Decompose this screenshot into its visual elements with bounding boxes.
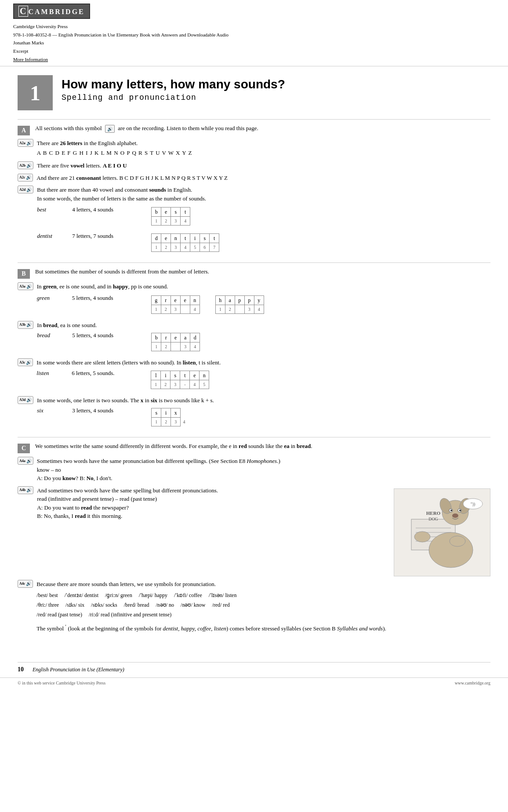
svg-text:HERO: HERO	[426, 510, 441, 516]
section-a-intro: All sections with this symbol 🔊 are on t…	[35, 125, 490, 133]
best-grid: best 1234	[151, 207, 190, 226]
type-line: Excerpt	[13, 47, 495, 55]
audio-badge-a2c: A2c 🔊	[18, 174, 33, 182]
alphabet-line: A B C D E F G H I J K L M N O P Q R S T …	[37, 149, 490, 157]
a4b-content: And sometimes two words have the same sp…	[37, 486, 490, 576]
subsection-a2c-body: And there are 21 consonant letters. B C …	[36, 174, 490, 182]
audio-badge-a3c: A3c 🔊	[18, 358, 33, 366]
svg-point-15	[452, 513, 458, 518]
audio-icon-a3d: 🔊	[26, 397, 32, 402]
svg-point-18	[450, 536, 465, 546]
a2a-text: There are 26 letters in the English alph…	[37, 140, 138, 146]
word-example-listen: listen 6 letters, 5 sounds. listen 123-4…	[36, 369, 490, 391]
main-content: 1 How many letters, how many sounds? Spe…	[0, 66, 508, 653]
word-dentist: dentist	[37, 232, 72, 240]
audio-icon-a2c: 🔊	[26, 175, 31, 180]
listen-desc: 6 letters, 5 sounds.	[72, 369, 142, 378]
section-a: A All sections with this symbol 🔊 are on…	[18, 125, 490, 255]
section-a-intro-text: All sections with this symbol	[35, 125, 102, 131]
word-green: green	[37, 294, 72, 302]
subsection-a4a-body: Sometimes two words have the same pronun…	[37, 457, 490, 483]
subsection-a2a-body: There are 26 letters in the English alph…	[37, 139, 490, 158]
svg-text:DOG: DOG	[428, 517, 438, 521]
a4c-intro: Because there are more sounds than lette…	[36, 580, 490, 589]
word-listen: listen	[36, 369, 72, 378]
section-c-label: C We sometimes write the same sound diff…	[18, 443, 490, 453]
subsection-a2b: A2b 🔊 There are five vowel letters. A E …	[18, 161, 490, 170]
subsection-a3b: A3b 🔊 In bread, ea is one sound. bread 5…	[18, 321, 490, 355]
svg-point-16	[429, 532, 473, 568]
word-example-bread: bread 5 letters, 4 sounds bread 1234	[37, 331, 490, 353]
dentist-desc: 7 letters, 7 sounds	[72, 232, 142, 240]
subsection-a3c: A3c 🔊 In some words there are silent let…	[18, 358, 490, 393]
bread-grid: bread 1234	[151, 333, 200, 351]
section-c-intro: We sometimes write the same sound differ…	[35, 443, 490, 450]
svg-point-17	[414, 532, 430, 542]
section-c: C We sometimes write the same sound diff…	[18, 443, 490, 633]
audio-icon-a4b: 🔊	[26, 488, 32, 492]
subsection-a3a: A3a 🔊 In green, ee is one sound, and in …	[18, 282, 490, 317]
chapter-title: How many letters, how many sounds? Spell…	[62, 75, 285, 102]
bread-desc: 5 letters, 4 sounds	[72, 331, 142, 340]
audio-icon-a4a: 🔊	[26, 459, 32, 463]
section-b: B But sometimes the number of sounds is …	[18, 268, 490, 430]
logo-text: CAMBRIDGE	[28, 8, 84, 15]
chapter-number: 1	[18, 75, 53, 110]
dog-svg: HERO DOG	[398, 493, 486, 572]
word-bread: bread	[37, 331, 72, 340]
word-example-green: green 5 letters, 4 sounds green 1234 hap…	[37, 294, 490, 316]
audio-icon-a2a: 🔊	[26, 141, 32, 146]
meta-info: Cambridge University Press 978-1-108-403…	[13, 22, 495, 63]
subsection-a2d: A2d 🔊 But there are more than 40 vowel a…	[18, 186, 490, 255]
chapter-title-line1: How many letters, how many sounds?	[62, 77, 285, 91]
subsection-a3d: A3d 🔊 In some words, one letter is two s…	[18, 396, 490, 430]
audio-icon-a3b: 🔊	[26, 322, 32, 327]
author-line: Jonathan Marks	[13, 39, 495, 47]
logo-c-letter: C	[18, 6, 28, 17]
section-a-label: A All sections with this symbol 🔊 are on…	[18, 125, 490, 135]
publisher-line: Cambridge University Press	[13, 22, 495, 31]
word-example-best: best 4 letters, 4 sounds best 1234	[37, 205, 490, 227]
subsection-a3d-body: In some words, one letter is two sounds.…	[37, 396, 490, 430]
subsection-a2a: A2a 🔊 There are 26 letters in the Englis…	[18, 139, 490, 158]
subsection-a4c: A4c 🔊 Because there are more sounds than…	[18, 580, 490, 633]
green-grid: green 1234	[151, 295, 200, 314]
audio-badge-a2b: A2b 🔊	[18, 161, 33, 169]
word-example-six: six 3 letters, 4 sounds six 1234	[37, 406, 490, 428]
word-six: six	[37, 406, 72, 415]
a4b-text: And sometimes two words have the same sp…	[37, 486, 387, 521]
audio-badge-a4a: A4a 🔊	[18, 457, 33, 465]
audio-icon-a2b: 🔊	[26, 163, 32, 168]
audio-icon-a3c: 🔊	[26, 360, 31, 365]
audio-badge-a3d: A3d 🔊	[18, 396, 33, 404]
bottom-bar: © in this web service Cambridge Universi…	[0, 677, 508, 688]
header: CCAMBRIDGE Cambridge University Press 97…	[0, 0, 508, 66]
svg-point-13	[450, 510, 452, 511]
more-info-link[interactable]: More Information	[13, 55, 495, 64]
section-b-intro: But sometimes the number of sounds is di…	[35, 268, 490, 275]
audio-icon-a4c: 🔊	[26, 581, 31, 586]
section-c-box: C	[18, 444, 30, 453]
cambridge-logo: CCAMBRIDGE	[13, 4, 90, 19]
cambridge-url[interactable]: www.cambridge.org	[455, 681, 490, 685]
symbol-note: The symbol ˈ (look at the beginning of t…	[36, 623, 490, 633]
hero-dog-illustration: HERO DOG	[394, 488, 490, 576]
six-grid: six 1234	[151, 408, 188, 426]
section-b-box: B	[18, 269, 30, 279]
subsection-a2d-body: But there are more than 40 vowel and con…	[37, 186, 490, 255]
subsection-a4c-body: Because there are more sounds than lette…	[36, 580, 490, 633]
chapter-title-line2: Spelling and pronunciation	[62, 93, 285, 102]
audio-badge-a4c: A4c 🔊	[18, 580, 33, 588]
word-example-dentist: dentist 7 letters, 7 sounds dentist 1234…	[37, 232, 490, 254]
audio-badge-a3a: A3a 🔊	[18, 282, 33, 290]
subsection-a3b-body: In bread, ea is one sound. bread 5 lette…	[37, 321, 490, 355]
audio-icon-a2d: 🔊	[26, 187, 32, 192]
audio-badge-a3b: A3b 🔊	[18, 321, 33, 329]
chapter-header: 1 How many letters, how many sounds? Spe…	[18, 75, 490, 110]
section-b-label: B But sometimes the number of sounds is …	[18, 268, 490, 279]
isbn-line: 978-1-108-40352-8 — English Pronunciatio…	[13, 31, 495, 39]
bottom-bar-left: © in this web service Cambridge Universi…	[18, 681, 105, 685]
subsection-a4a: A4a 🔊 Sometimes two words have the same …	[18, 457, 490, 483]
green-desc: 5 letters, 4 sounds	[72, 294, 142, 302]
svg-point-14	[459, 510, 461, 511]
